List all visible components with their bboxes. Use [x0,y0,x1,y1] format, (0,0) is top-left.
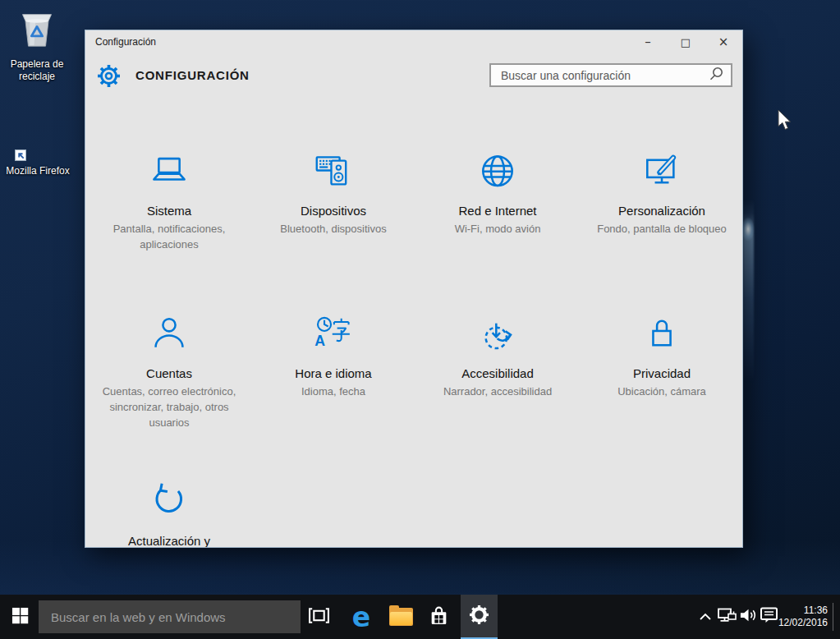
task-view-icon [308,607,330,628]
desktop-icon-label: Papelera de reciclaje [5,58,69,83]
minimize-button[interactable]: – [629,30,667,53]
settings-window: Configuración – □ × CONFIGURACIÓN [85,30,743,548]
globe-icon [475,149,520,196]
tile-subtitle: Wi-Fi, modo avión [455,221,541,237]
accessibility-icon [475,311,520,359]
mouse-cursor [778,109,793,135]
maximize-button[interactable]: □ [667,30,705,53]
windows-logo-icon [11,607,29,628]
recycle-bin-icon [14,7,60,56]
settings-tile-hora-idioma[interactable]: A Hora e idioma Idioma, fecha [251,308,415,399]
settings-tile-red-internet[interactable]: Red e Internet Wi-Fi, modo avión [415,145,580,237]
taskbar-search-input[interactable] [39,610,301,624]
tile-title: Accesibilidad [461,365,534,381]
tile-subtitle: Idioma, fecha [301,384,365,399]
network-icon [718,607,737,627]
close-button[interactable]: × [705,30,742,53]
wallpaper-horizon-glow [0,540,840,595]
tile-title: Hora e idioma [295,365,371,381]
tile-subtitle: Ubicación, cámara [617,384,706,399]
file-explorer-icon [389,608,413,626]
taskbar: e [0,595,840,639]
tile-title: Sistema [147,203,191,218]
settings-tile-cuentas[interactable]: Cuentas Cuentas, correo electrónico, sin… [87,308,251,430]
settings-tile-privacidad[interactable]: Privacidad Ubicación, cámara [580,308,743,399]
update-icon [147,479,191,526]
taskbar-search-box[interactable] [39,600,301,633]
tray-time: 11:36 [804,605,828,617]
tile-subtitle: Cuentas, correo electrónico, sincronizar… [92,384,246,430]
tile-title: Dispositivos [301,203,366,218]
volume-icon [739,608,758,626]
desktop-icon-firefox[interactable]: Mozilla Firefox [0,117,76,177]
settings-tile-accesibilidad[interactable]: Accesibilidad Narrador, accesibilidad [415,308,580,399]
time-language-icon: A [311,311,356,359]
chevron-up-icon [699,609,712,624]
tile-subtitle: Bluetooth, dispositivos [280,221,386,237]
show-desktop-button[interactable] [833,603,833,631]
file-explorer-button[interactable] [383,595,419,639]
edge-button[interactable]: e [343,595,379,639]
svg-text:A: A [314,333,325,349]
edge-icon: e [352,604,370,631]
settings-tile-actualizacion[interactable]: Actualización y seguridad [87,476,251,548]
search-icon [709,67,723,85]
settings-tile-sistema[interactable]: Sistema Pantalla, notificaciones, aplica… [87,145,251,252]
devices-icon [311,149,356,196]
settings-search-box[interactable] [489,63,732,87]
tray-clock[interactable]: 11:36 12/02/2016 [777,595,828,639]
page-title: CONFIGURACIÓN [135,68,250,82]
gear-icon [470,605,489,628]
tile-subtitle: Pantalla, notificaciones, aplicaciones [92,221,246,252]
tray-date: 12/02/2016 [778,617,828,629]
shortcut-arrow-icon [15,149,26,161]
tray-expand-button[interactable] [695,595,716,639]
store-button[interactable] [420,595,457,639]
tile-title: Actualización y seguridad [116,533,223,548]
window-title: Configuración [85,36,629,48]
settings-tile-personalizacion[interactable]: Personalización Fondo, pantalla de bloqu… [580,145,743,237]
settings-tile-dispositivos[interactable]: Dispositivos Bluetooth, dispositivos [251,145,415,237]
network-tray-button[interactable] [716,595,739,639]
task-view-button[interactable] [301,595,337,639]
action-center-icon [760,607,778,627]
firefox-icon [15,117,61,163]
tile-title: Privacidad [633,365,691,381]
tile-subtitle: Fondo, pantalla de bloqueo [597,221,727,237]
accounts-icon [147,311,191,359]
start-button[interactable] [0,595,39,639]
settings-button-active[interactable] [461,595,498,639]
privacy-icon [640,311,684,359]
window-titlebar[interactable]: Configuración – □ × [85,30,742,53]
personalization-icon [640,149,684,196]
tile-title: Cuentas [146,365,192,381]
desktop-icon-label: Mozilla Firefox [6,165,69,177]
store-icon [429,605,449,630]
tile-title: Personalización [618,203,705,218]
volume-tray-button[interactable] [738,595,759,639]
gear-icon [98,65,120,90]
desktop-icon-recycle-bin[interactable]: Papelera de reciclaje [5,7,69,83]
tile-title: Red e Internet [458,203,536,218]
laptop-icon [147,149,191,196]
tile-subtitle: Narrador, accesibilidad [443,384,552,399]
settings-search-input[interactable] [491,69,709,82]
wallpaper-light-spot [741,217,755,241]
